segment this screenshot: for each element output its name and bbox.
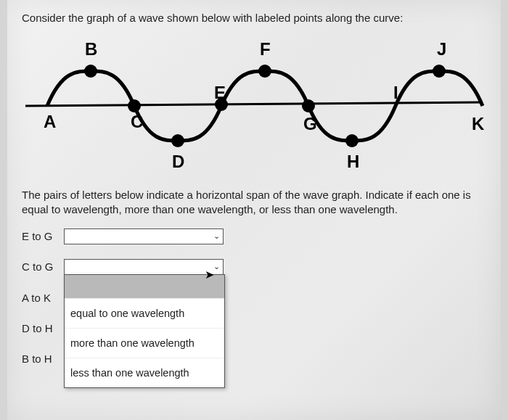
dropdown-option-equal[interactable]: equal to one wavelength (65, 298, 224, 328)
label-J: J (437, 39, 446, 59)
select-e-to-g[interactable]: ⌄ (64, 228, 224, 244)
label-H: H (347, 152, 359, 171)
svg-point-0 (84, 65, 97, 78)
row-label: C to G (22, 260, 64, 273)
question-prompt: Consider the graph of a wave shown below… (22, 12, 486, 24)
svg-point-2 (171, 134, 184, 147)
label-F: F (260, 39, 271, 59)
dropdown-menu: ➤ equal to one wavelength more than one … (64, 274, 225, 388)
row-label: E to G (22, 230, 64, 242)
answer-list: E to G ⌄ C to G ⌄ ➤ equal to one wavelen… (22, 228, 486, 276)
chevron-down-icon: ⌄ (213, 262, 220, 271)
row-label: D to H (22, 322, 64, 334)
row-c-to-g: C to G ⌄ ➤ equal to one wavelength more … (22, 258, 486, 276)
dropdown-option-more[interactable]: more than one wavelength (65, 328, 224, 358)
label-A: A (44, 112, 56, 131)
label-B: B (85, 39, 97, 59)
wave-axis (25, 102, 483, 106)
row-e-to-g: E to G ⌄ (22, 228, 486, 245)
dropdown-option-less[interactable]: less than one wavelength (65, 358, 224, 387)
instruction-text: The pairs of letters below indicate a ho… (22, 188, 486, 218)
select-c-to-g[interactable]: ⌄ (64, 259, 224, 275)
label-G: G (303, 114, 317, 133)
svg-point-7 (433, 65, 446, 78)
question-page: Consider the graph of a wave shown below… (7, 0, 501, 420)
label-E: E (214, 83, 226, 102)
wave-figure: A B C D E F G H I J K (22, 30, 486, 175)
svg-point-4 (258, 65, 271, 78)
dropdown-option-blank[interactable]: ➤ (65, 275, 224, 298)
row-label: A to K (22, 292, 64, 304)
chevron-down-icon: ⌄ (213, 231, 220, 241)
wave-points (84, 65, 446, 147)
svg-point-1 (128, 99, 141, 112)
label-D: D (172, 152, 184, 171)
row-label: B to H (22, 353, 64, 365)
label-C: C (131, 112, 143, 131)
svg-point-6 (345, 134, 359, 147)
label-K: K (472, 114, 485, 133)
svg-point-5 (302, 99, 315, 112)
label-I: I (393, 83, 398, 102)
